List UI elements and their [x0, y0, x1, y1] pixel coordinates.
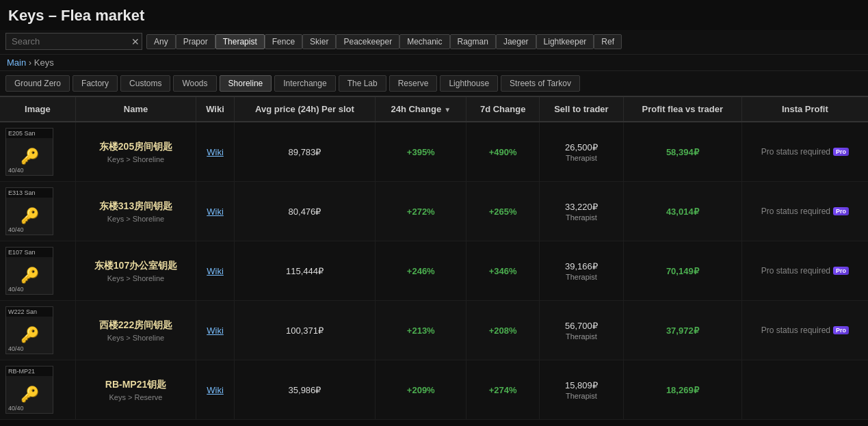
trader-btn-therapist[interactable]: Therapist	[215, 34, 265, 49]
item-wiki-cell[interactable]: Wiki	[196, 360, 235, 420]
item-sell-trader-cell: 56,700₽ Therapist	[539, 301, 623, 360]
sell-trader: Therapist	[545, 273, 618, 281]
item-image-label: E205 San	[6, 129, 53, 138]
col-header-image: Image	[0, 96, 75, 122]
breadcrumb-section: Keys	[34, 57, 54, 68]
item-icon-area: 🔑	[14, 146, 45, 167]
item-name-sub: Keys > Shoreline	[81, 274, 190, 282]
table-row: E107 San 🔑 40/40 东楼107办公室钥匙 Keys > Shore…	[0, 241, 868, 301]
map-tab-streets-of-tarkov[interactable]: Streets of Tarkov	[501, 75, 580, 92]
breadcrumb-main-link[interactable]: Main	[7, 57, 26, 68]
item-name-sub: Keys > Shoreline	[81, 155, 190, 163]
map-tab-factory[interactable]: Factory	[73, 75, 118, 92]
trader-btn-ref[interactable]: Ref	[594, 34, 622, 49]
wiki-link[interactable]: Wiki	[207, 266, 224, 276]
avg-price: 89,783₽	[289, 147, 321, 157]
item-wiki-cell[interactable]: Wiki	[196, 241, 235, 301]
item-name-cell: 东楼205房间钥匙 Keys > Shoreline	[75, 122, 196, 182]
wiki-link[interactable]: Wiki	[207, 207, 224, 217]
change-7d: +490%	[489, 147, 517, 157]
map-tab-interchange[interactable]: Interchange	[274, 75, 335, 92]
item-profit-flea-cell: 37,972₽	[623, 301, 741, 360]
item-image-cell: RB-MP21 🔑 40/40	[0, 360, 75, 420]
sell-trader: Therapist	[545, 332, 618, 341]
map-tab-ground-zero[interactable]: Ground Zero	[5, 75, 70, 92]
item-image-label: E313 San	[6, 188, 53, 198]
wiki-link[interactable]: Wiki	[207, 325, 224, 336]
col-header-change_24h[interactable]: 24h Change▼	[376, 96, 466, 122]
item-7d-change-cell: +490%	[466, 122, 539, 182]
trader-btn-peacekeeper[interactable]: Peacekeeper	[336, 34, 399, 49]
search-clear-icon[interactable]: ✕	[131, 36, 140, 47]
map-tab-the-lab[interactable]: The Lab	[339, 75, 386, 92]
item-image-cell: E107 San 🔑 40/40	[0, 241, 75, 301]
change-24h: +209%	[407, 385, 435, 395]
slot-count: 40/40	[8, 345, 24, 352]
toolbar: ✕ AnyPraporTherapistFenceSkierPeacekeepe…	[0, 30, 868, 54]
change-7d: +208%	[489, 325, 517, 336]
profit-flea: 37,972₽	[666, 325, 699, 336]
item-image: E205 San 🔑 40/40	[5, 128, 53, 176]
item-name-cell: 东楼313房间钥匙 Keys > Shoreline	[75, 182, 196, 241]
trader-btn-prapor[interactable]: Prapor	[176, 34, 215, 49]
wiki-link[interactable]: Wiki	[207, 147, 224, 157]
map-tab-customs[interactable]: Customs	[120, 75, 170, 92]
change-7d: +265%	[489, 207, 517, 217]
item-image: E107 San 🔑 40/40	[5, 247, 53, 295]
search-input[interactable]	[5, 33, 142, 50]
map-tab-reserve[interactable]: Reserve	[389, 75, 438, 92]
item-profit-flea-cell: 18,269₽	[623, 360, 741, 420]
col-header-wiki: Wiki	[196, 96, 235, 122]
item-image-label: W222 San	[6, 307, 53, 317]
key-icon: 🔑	[14, 265, 45, 286]
item-avg-price-cell: 100,371₽	[234, 301, 375, 360]
item-image: E313 San 🔑 40/40	[5, 187, 53, 235]
insta-profit-label: Pro status required	[761, 147, 830, 157]
trader-btn-any[interactable]: Any	[146, 34, 176, 49]
sell-price: 26,500₽	[545, 142, 618, 152]
slot-count: 40/40	[8, 405, 24, 412]
table-header: ImageNameWikiAvg price (24h) Per slot24h…	[0, 96, 868, 122]
item-image: RB-MP21 🔑 40/40	[5, 366, 53, 414]
change-24h: +213%	[407, 325, 435, 336]
item-icon-area: 🔑	[14, 325, 45, 345]
trader-btn-fence[interactable]: Fence	[265, 34, 302, 49]
item-7d-change-cell: +274%	[466, 360, 539, 420]
change-7d: +274%	[489, 385, 517, 395]
map-tab-woods[interactable]: Woods	[173, 75, 216, 92]
trader-btn-jaeger[interactable]: Jaeger	[496, 34, 536, 49]
profit-flea: 18,269₽	[666, 385, 699, 395]
change-24h: +246%	[407, 266, 435, 276]
item-name-main: 东楼107办公室钥匙	[81, 260, 190, 272]
sell-price: 33,220₽	[545, 202, 618, 212]
item-24h-change-cell: +246%	[376, 241, 466, 301]
item-7d-change-cell: +346%	[466, 241, 539, 301]
item-icon-area: 🔑	[14, 384, 45, 405]
col-header-change_7d: 7d Change	[466, 96, 539, 122]
col-header-avg_price: Avg price (24h) Per slot	[234, 96, 375, 122]
item-24h-change-cell: +272%	[376, 182, 466, 241]
item-insta-profit-cell: Pro status required Pro	[741, 301, 868, 360]
item-image-label: E107 San	[6, 248, 53, 257]
item-wiki-cell[interactable]: Wiki	[196, 182, 235, 241]
table-body: E205 San 🔑 40/40 东楼205房间钥匙 Keys > Shorel…	[0, 122, 868, 420]
table-container: ImageNameWikiAvg price (24h) Per slot24h…	[0, 96, 868, 420]
sell-trader: Therapist	[545, 154, 618, 162]
trader-btn-skier[interactable]: Skier	[302, 34, 336, 49]
map-tab-shoreline[interactable]: Shoreline	[220, 75, 272, 92]
item-sell-trader-cell: 26,500₽ Therapist	[539, 122, 623, 182]
trader-btn-mechanic[interactable]: Mechanic	[399, 34, 449, 49]
trader-btn-ragman[interactable]: Ragman	[450, 34, 496, 49]
change-24h: +272%	[407, 207, 435, 217]
item-avg-price-cell: 35,986₽	[234, 360, 375, 420]
table-row: E205 San 🔑 40/40 东楼205房间钥匙 Keys > Shorel…	[0, 122, 868, 182]
map-tab-lighthouse[interactable]: Lighthouse	[440, 75, 498, 92]
item-insta-profit-cell: Pro status required Pro	[741, 122, 868, 182]
item-wiki-cell[interactable]: Wiki	[196, 122, 235, 182]
wiki-link[interactable]: Wiki	[207, 385, 224, 395]
breadcrumb-separator: ›	[29, 57, 34, 68]
page-title: Keys – Flea market	[0, 0, 868, 30]
item-name-main: 东楼313房间钥匙	[81, 200, 190, 213]
trader-btn-lightkeeper[interactable]: Lightkeeper	[536, 34, 594, 49]
item-wiki-cell[interactable]: Wiki	[196, 301, 235, 360]
